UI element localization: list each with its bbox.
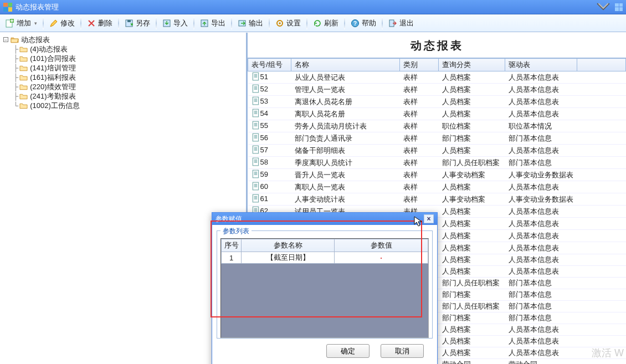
svg-rect-20 bbox=[253, 170, 258, 178]
param-value-cell[interactable]: · bbox=[335, 252, 428, 264]
settings-button[interactable]: 设置 bbox=[272, 16, 304, 30]
table-row[interactable]: 52管理人员一览表表样人员档案人员基本信息表 bbox=[248, 84, 626, 96]
folder-icon bbox=[19, 93, 28, 100]
dialog-title: 参数赋值 bbox=[215, 214, 242, 224]
cell-id: 60 bbox=[260, 182, 268, 191]
import-button[interactable]: 导入 bbox=[159, 16, 191, 30]
tree-item[interactable]: └(1002)工伤信息 bbox=[13, 101, 245, 110]
export-label: 导出 bbox=[211, 18, 225, 28]
tile-windows-icon[interactable] bbox=[615, 3, 623, 11]
col-name[interactable]: 名称 bbox=[291, 59, 400, 71]
cell-query: 人员档案 bbox=[439, 242, 505, 254]
saveas-button[interactable]: 另存 bbox=[121, 16, 153, 30]
cell-query: 部门档案 bbox=[439, 132, 505, 145]
tree-item[interactable]: ├(4)动态报表 bbox=[13, 44, 245, 54]
table-row[interactable]: 54离职人员花名册表样人员档案人员基本信息表 bbox=[248, 108, 626, 120]
separator bbox=[269, 17, 270, 29]
expand-toggle-icon[interactable] bbox=[3, 37, 8, 42]
cell-drv: 人事变动业务数据表 bbox=[505, 169, 577, 181]
table-row[interactable]: 61人事变动统计表表样人事变动档案人事变动业务数据表 bbox=[248, 193, 626, 206]
cell-query: 人员档案 bbox=[439, 96, 505, 108]
report-tree[interactable]: 动态报表 ├(4)动态报表├(101)合同报表├(141)培训管理├(161)福… bbox=[1, 35, 245, 110]
edit-button[interactable]: 修改 bbox=[46, 16, 78, 30]
delete-button[interactable]: 删除 bbox=[84, 16, 116, 30]
table-row[interactable]: 59晋升人员一览表表样人事变动档案人事变动业务数据表 bbox=[248, 169, 626, 181]
exit-button[interactable]: 退出 bbox=[385, 16, 417, 30]
cell-cat: 表样 bbox=[400, 96, 439, 108]
tree-item[interactable]: ├(241)考勤报表 bbox=[13, 91, 245, 101]
close-button[interactable]: × bbox=[424, 214, 434, 223]
tree-branch-icon: ├ bbox=[13, 54, 18, 63]
refresh-button[interactable]: 刷新 bbox=[310, 16, 342, 30]
cell-cat: 表样 bbox=[400, 157, 439, 169]
cell-drv: 部门基本信息 bbox=[505, 312, 577, 324]
param-row[interactable]: 1 【截至日期】 · bbox=[222, 252, 428, 264]
svg-rect-12 bbox=[253, 73, 258, 80]
cell-name: 储备干部明细表 bbox=[291, 145, 400, 157]
tree-item[interactable]: ├(220)绩效管理 bbox=[13, 82, 245, 91]
table-row[interactable]: 58季度离职人员统计表样部门人员任职档案部门基本信息 bbox=[248, 157, 626, 169]
cell-query: 人员档案 bbox=[439, 266, 505, 278]
cell-drv: 职位基本情况 bbox=[505, 120, 577, 132]
cancel-button[interactable]: 取消 bbox=[381, 344, 424, 358]
sheet-icon bbox=[252, 72, 260, 83]
svg-rect-14 bbox=[253, 97, 258, 105]
dialog-titlebar[interactable]: 参数赋值 × bbox=[212, 213, 437, 225]
param-dialog: 参数赋值 × 参数列表 序号 参数名称 参数值 1 【截至日期】 · bbox=[212, 212, 438, 364]
cell-id: 57 bbox=[260, 146, 268, 154]
window-title: 动态报表管理 bbox=[16, 2, 59, 12]
col-drv[interactable]: 驱动表 bbox=[505, 59, 577, 71]
tree-root[interactable]: 动态报表 bbox=[3, 35, 245, 44]
tree-item[interactable]: ├(161)福利报表 bbox=[13, 73, 245, 82]
col-blank[interactable] bbox=[577, 59, 626, 71]
tree-item-label: (101)合同报表 bbox=[30, 54, 75, 63]
sheet-icon bbox=[252, 133, 260, 143]
cell-name: 劳务人员流动月统计表 bbox=[291, 120, 400, 132]
table-row[interactable]: 55劳务人员流动月统计表表样职位档案职位基本情况 bbox=[248, 120, 626, 132]
cell-query: 部门档案 bbox=[439, 312, 505, 324]
table-row[interactable]: 51从业人员登记表表样人员档案人员基本信息表 bbox=[248, 71, 626, 84]
cell-name: 离退休人员花名册 bbox=[291, 96, 400, 108]
cell-cat: 表样 bbox=[400, 193, 439, 206]
table-row[interactable]: 56部门负责人通讯录表样部门档案部门基本信息 bbox=[248, 132, 626, 145]
svg-rect-3 bbox=[127, 20, 131, 22]
param-table[interactable]: 序号 参数名称 参数值 1 【截至日期】 · bbox=[221, 239, 428, 264]
cell-query: 人员档案 bbox=[439, 336, 505, 347]
col-seq: 序号 bbox=[222, 239, 242, 252]
cell-query: 人员档案 bbox=[439, 218, 505, 230]
table-row[interactable]: 57储备干部明细表表样人员档案人员基本信息表 bbox=[248, 145, 626, 157]
folder-icon bbox=[19, 45, 28, 53]
svg-rect-13 bbox=[253, 85, 258, 93]
tree-item-label: (220)绩效管理 bbox=[30, 82, 75, 91]
cell-drv: 人员基本信息表 bbox=[505, 242, 577, 254]
col-query[interactable]: 查询分类 bbox=[439, 59, 505, 71]
sheet-icon bbox=[252, 157, 260, 168]
export-button[interactable]: 导出 bbox=[197, 16, 229, 30]
table-row[interactable]: 53离退休人员花名册表样人员档案人员基本信息表 bbox=[248, 96, 626, 108]
col-id[interactable]: 表号/组号 bbox=[248, 59, 291, 71]
edit-label: 修改 bbox=[60, 18, 75, 28]
chevron-down-icon: ▾ bbox=[34, 20, 37, 26]
table-row[interactable]: 60离职人员一览表表样人员档案人员基本信息表 bbox=[248, 181, 626, 193]
ok-button[interactable]: 确定 bbox=[326, 344, 370, 358]
help-button[interactable]: ?帮助 bbox=[347, 16, 379, 30]
sheet-icon bbox=[252, 96, 260, 107]
tree-item[interactable]: ├(101)合同报表 bbox=[13, 54, 245, 63]
cell-cat: 表样 bbox=[400, 181, 439, 193]
output-button[interactable]: 输出 bbox=[234, 16, 266, 30]
cell-query: 人事变动档案 bbox=[439, 169, 505, 181]
cell-query: 人员档案 bbox=[439, 108, 505, 120]
col-cat[interactable]: 类别 bbox=[400, 59, 439, 71]
separator bbox=[193, 17, 194, 29]
separator bbox=[382, 17, 383, 29]
tree-item[interactable]: ├(141)培训管理 bbox=[13, 63, 245, 73]
cell-query: 人员档案 bbox=[439, 230, 505, 242]
tree-branch-icon: ├ bbox=[13, 91, 18, 101]
svg-point-8 bbox=[279, 22, 281, 24]
param-seq: 1 bbox=[222, 252, 242, 264]
separator bbox=[306, 17, 307, 29]
cell-drv: 人员基本信息表 bbox=[505, 347, 577, 359]
collapse-ribbon-icon[interactable] bbox=[596, 2, 610, 12]
add-button[interactable]: 增加▾ bbox=[2, 16, 40, 30]
sheet-icon bbox=[252, 84, 260, 95]
